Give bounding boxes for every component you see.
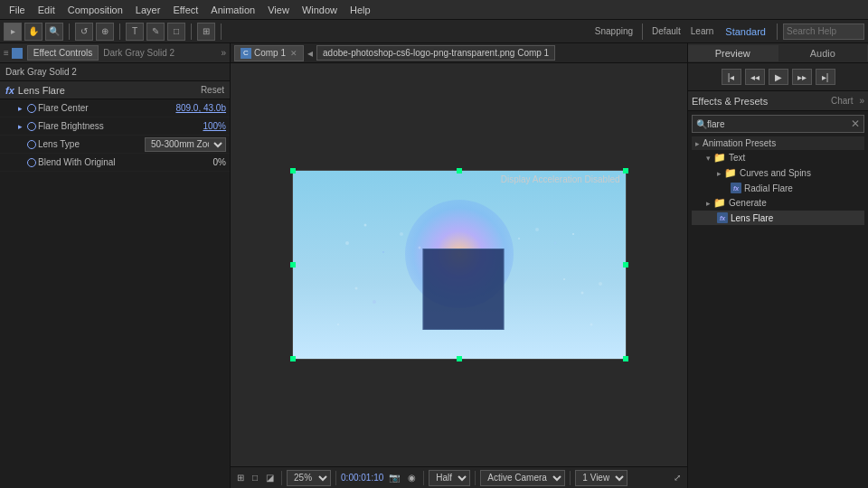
effect-controls-header: ≡ Effect Controls Dark Gray Solid 2 » <box>0 43 230 63</box>
handle-mr[interactable] <box>623 262 628 267</box>
effects-search-clear[interactable]: ✕ <box>851 117 860 130</box>
curves-arrow: ▸ <box>717 169 722 178</box>
svg-point-0 <box>345 241 349 245</box>
generate-folder[interactable]: ▸ 📁 Generate <box>692 195 864 211</box>
effect-controls-panel: ≡ Effect Controls Dark Gray Solid 2 » Da… <box>0 43 231 488</box>
vp-zoom-dropdown[interactable]: 25% <box>287 470 331 486</box>
tool-pen[interactable]: ✎ <box>146 23 165 41</box>
text-folder[interactable]: ▾ 📁 Text <box>692 150 864 165</box>
animation-presets-section: ▸ Animation Presets ▾ 📁 Text ▸ 📁 Curves … <box>692 136 864 225</box>
radial-flare-item[interactable]: fx Radial Flare <box>692 181 864 195</box>
handle-tr[interactable] <box>623 168 628 174</box>
effects-panel-menu[interactable]: » <box>859 96 864 106</box>
prop-flare-brightness: ▸ Flare Brightness 100% <box>0 117 230 136</box>
panel-menu-arrow[interactable]: ≡ <box>4 48 9 58</box>
preview-tab[interactable]: Preview <box>688 45 778 61</box>
prop-flare-brightness-toggle[interactable]: ▸ <box>14 121 25 132</box>
snapping-label: Snapping <box>591 26 637 36</box>
menu-view[interactable]: View <box>262 3 295 17</box>
prop-blend-value: 0% <box>213 157 226 167</box>
svg-point-6 <box>535 228 539 231</box>
text-folder-label: Text <box>729 153 745 163</box>
tool-pin[interactable]: ⊞ <box>197 23 215 41</box>
handle-br[interactable] <box>623 356 628 361</box>
standard-label[interactable]: Standard <box>720 26 771 37</box>
search-icon: 🔍 <box>696 119 707 129</box>
prev-skip-start[interactable]: |◂ <box>722 69 741 85</box>
main-layout: ≡ Effect Controls Dark Gray Solid 2 » Da… <box>0 43 868 488</box>
lens-flare-label: Lens Flare <box>731 213 773 223</box>
animation-presets-header[interactable]: ▸ Animation Presets <box>692 136 864 150</box>
comp-tab-close-1[interactable]: ✕ <box>290 49 297 58</box>
menu-edit[interactable]: Edit <box>33 3 61 17</box>
handle-ml[interactable] <box>290 262 296 267</box>
svg-point-13 <box>599 282 602 286</box>
effects-search-input[interactable] <box>707 119 851 129</box>
svg-point-7 <box>553 242 556 245</box>
svg-point-1 <box>363 224 366 227</box>
comp-tab-comp1[interactable]: C Comp 1 ✕ <box>234 45 304 61</box>
particle-overlay <box>293 171 626 359</box>
svg-point-12 <box>580 292 583 295</box>
viewport-bar: ⊞ □ ◪ 25% 0:00:01:10 📷 ◉ Half Full Activ… <box>231 466 687 488</box>
layer-name-display: Dark Gray Solid 2 <box>5 67 77 77</box>
audio-tab[interactable]: Audio <box>778 45 869 61</box>
vp-camera-btn[interactable]: 📷 <box>386 472 402 483</box>
comp-tab-ps[interactable]: adobe-photoshop-cs6-logo-png-transparent… <box>316 45 555 61</box>
vp-color-btn[interactable]: ◉ <box>405 472 419 483</box>
curves-spins-folder[interactable]: ▸ 📁 Curves and Spins <box>692 165 864 181</box>
prop-flare-center-toggle[interactable]: ▸ <box>14 103 25 114</box>
lens-flare-item[interactable]: fx Lens Flare <box>692 211 864 225</box>
menu-help[interactable]: Help <box>344 3 376 17</box>
default-label[interactable]: Default <box>648 26 684 36</box>
menu-layer[interactable]: Layer <box>130 3 166 17</box>
tool-hand[interactable]: ✋ <box>24 23 42 41</box>
vp-view-dropdown[interactable]: 1 View <box>575 470 627 486</box>
generate-label: Generate <box>729 198 767 208</box>
text-folder-arrow: ▾ <box>706 154 711 163</box>
prev-play[interactable]: ▶ <box>769 69 788 85</box>
prev-step-back[interactable]: ◂◂ <box>745 69 765 85</box>
viewport-canvas: Display Acceleration Disabled <box>292 170 627 360</box>
sep5 <box>642 23 643 40</box>
prop-lens-type-dropdown[interactable]: 50-300mm Zoom 35mm Prime 105mm Prime <box>145 137 226 152</box>
tool-cam[interactable]: ⊕ <box>96 23 114 41</box>
handle-bm[interactable] <box>457 356 462 361</box>
tool-text[interactable]: T <box>126 23 144 41</box>
menu-composition[interactable]: Composition <box>62 3 128 17</box>
handle-tl[interactable] <box>290 168 296 174</box>
effects-panel: 🔍 ✕ ▸ Animation Presets ▾ 📁 Text ▸ <box>688 111 868 488</box>
vp-mask-btn[interactable]: ◪ <box>263 472 277 483</box>
prev-step-fwd[interactable]: ▸▸ <box>792 69 812 85</box>
effects-chart-btn[interactable]: Chart <box>831 96 853 106</box>
vp-grid-btn[interactable]: ⊞ <box>234 472 247 483</box>
search-help-input[interactable] <box>783 23 864 40</box>
tool-shape[interactable]: □ <box>167 23 185 41</box>
prop-flare-brightness-value[interactable]: 100% <box>203 121 226 131</box>
tab-left-arrow[interactable]: ◂ <box>306 47 315 60</box>
center-panel: C Comp 1 ✕ ◂ adobe-photoshop-cs6-logo-pn… <box>231 43 687 488</box>
prev-skip-end[interactable]: ▸| <box>816 69 835 85</box>
menu-animation[interactable]: Animation <box>205 3 260 17</box>
menu-effect[interactable]: Effect <box>167 3 203 17</box>
vp-expand-btn[interactable]: ⤢ <box>671 472 684 483</box>
panel-expand-arrow[interactable]: » <box>221 48 226 58</box>
menu-file[interactable]: File <box>4 3 31 17</box>
tool-select[interactable]: ▸ <box>4 23 22 41</box>
prop-lens-type: Lens Type 50-300mm Zoom 35mm Prime 105mm… <box>0 136 230 154</box>
effect-controls-tab[interactable]: Effect Controls <box>27 45 99 61</box>
handle-tm[interactable] <box>457 168 462 174</box>
viewport: Display Acceleration Disabled <box>231 63 687 466</box>
vp-safe-zones-btn[interactable]: □ <box>250 472 260 483</box>
tool-rotate[interactable]: ↺ <box>75 23 93 41</box>
menu-window[interactable]: Window <box>297 3 343 17</box>
svg-point-10 <box>373 300 376 304</box>
handle-bl[interactable] <box>290 356 296 361</box>
svg-point-8 <box>572 233 574 235</box>
vp-quality-dropdown[interactable]: Half Full <box>429 470 470 486</box>
prop-flare-center-value[interactable]: 809.0, 43.0b <box>175 103 226 113</box>
vp-camera-dropdown[interactable]: Active Camera <box>480 470 565 486</box>
tool-zoom[interactable]: 🔍 <box>45 23 63 41</box>
fx-reset-button[interactable]: Reset <box>201 85 224 95</box>
learn-label[interactable]: Learn <box>687 26 718 36</box>
